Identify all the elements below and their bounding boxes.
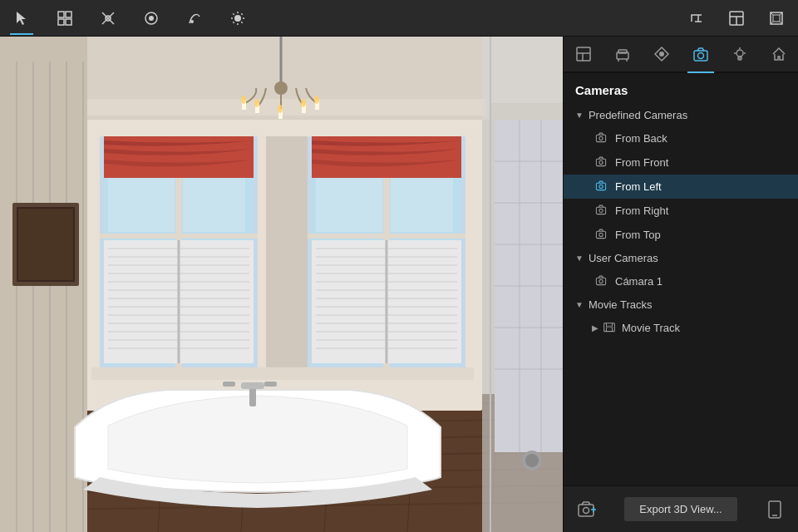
svg-rect-2	[58, 19, 64, 25]
movie-track-icon	[603, 321, 617, 335]
camera-from-front[interactable]: From Front	[564, 150, 798, 175]
svg-point-9	[190, 20, 194, 23]
svg-rect-153	[596, 231, 605, 238]
svg-point-10	[234, 15, 241, 22]
svg-rect-155	[596, 278, 605, 284]
home-panel-icon[interactable]	[766, 41, 792, 67]
layout-icon[interactable]	[725, 7, 748, 30]
info-icon[interactable]	[685, 7, 708, 30]
svg-rect-129	[577, 47, 590, 61]
user-cameras-section[interactable]: ▼ User Cameras	[564, 247, 798, 269]
svg-point-99	[301, 99, 306, 107]
svg-rect-115	[264, 382, 277, 387]
predefined-cameras-section[interactable]: ▼ Predefined Cameras	[564, 104, 798, 126]
svg-line-17	[241, 13, 242, 14]
svg-rect-161	[579, 505, 594, 516]
materials-panel-icon[interactable]	[648, 41, 675, 67]
svg-rect-160	[607, 326, 613, 328]
svg-rect-89	[91, 367, 474, 380]
svg-rect-133	[618, 50, 627, 53]
svg-point-128	[525, 454, 539, 467]
svg-rect-151	[596, 207, 605, 214]
predefined-cameras-label: Predefined Cameras	[589, 109, 687, 121]
svg-point-150	[599, 185, 603, 188]
top-toolbar	[0, 0, 798, 37]
svg-point-93	[241, 96, 246, 104]
user-cameras-label: User Cameras	[589, 252, 658, 264]
rooms-panel-icon[interactable]	[570, 41, 597, 67]
object-tool[interactable]	[53, 7, 76, 30]
svg-point-152	[599, 209, 603, 212]
svg-point-156	[599, 279, 603, 283]
svg-point-148	[599, 160, 603, 164]
mobile-view-icon[interactable]	[761, 496, 788, 523]
light-tool[interactable]	[226, 7, 249, 30]
camera-from-top-label: From Top	[615, 229, 661, 241]
svg-rect-113	[241, 382, 264, 389]
svg-point-138	[697, 53, 703, 59]
add-camera-icon[interactable]	[574, 496, 600, 523]
camera-icon-right	[595, 204, 608, 218]
main-area: Cameras ▼ Predefined Cameras From Back	[0, 37, 798, 532]
svg-point-101	[314, 96, 319, 104]
camera-camara1-label: Cámara 1	[615, 275, 663, 288]
edit-tool[interactable]	[96, 7, 120, 30]
view-tool[interactable]	[140, 7, 163, 30]
camera-icon-back	[595, 131, 608, 145]
svg-rect-145	[596, 135, 605, 141]
svg-point-91	[274, 81, 288, 95]
movie-track-label: Movie Track	[622, 322, 680, 334]
svg-rect-64	[266, 136, 308, 369]
svg-rect-3	[66, 19, 71, 25]
svg-line-16	[241, 22, 242, 22]
camera-camara-1[interactable]: Cámara 1	[564, 269, 798, 293]
camera-from-left[interactable]: From Left	[564, 175, 798, 199]
svg-line-18	[233, 22, 234, 22]
movie-tracks-chevron: ▼	[575, 300, 584, 309]
movie-track-item[interactable]: ▶ Movie Track	[564, 316, 798, 340]
camera-from-right-label: From Right	[615, 204, 668, 217]
movie-tracks-section[interactable]: ▼ Movie Tracks	[564, 293, 798, 316]
svg-point-97	[278, 105, 283, 113]
export-3d-view-button[interactable]: Export 3D View...	[624, 497, 736, 521]
camera-icon-camara1	[595, 274, 608, 288]
svg-rect-110	[18, 209, 73, 280]
camera-icon-front	[595, 155, 608, 170]
render-icon[interactable]	[765, 7, 788, 30]
camera-from-right[interactable]: From Right	[564, 199, 798, 223]
svg-rect-114	[223, 382, 235, 387]
lights-panel-icon[interactable]	[727, 41, 753, 67]
movie-tracks-label: Movie Tracks	[589, 298, 653, 311]
camera-from-back[interactable]: From Back	[564, 126, 798, 150]
predefined-cameras-chevron: ▼	[575, 111, 584, 120]
svg-point-154	[599, 233, 603, 236]
svg-rect-149	[596, 183, 605, 190]
panel-content: Cameras ▼ Predefined Cameras From Back	[564, 73, 798, 485]
svg-rect-0	[58, 12, 64, 17]
movie-track-chevron: ▶	[592, 323, 598, 332]
svg-rect-1	[66, 12, 71, 17]
camera-icon-left	[595, 180, 608, 194]
viewport[interactable]	[0, 37, 563, 532]
svg-point-162	[584, 507, 589, 513]
furniture-panel-icon[interactable]	[609, 41, 636, 67]
svg-point-136	[659, 52, 664, 57]
camera-from-front-label: From Front	[615, 156, 668, 169]
panel-footer: Export 3D View...	[564, 485, 798, 532]
svg-point-8	[149, 16, 154, 21]
panel-title: Cameras	[564, 73, 798, 104]
material-tool[interactable]	[183, 7, 206, 30]
cameras-panel-icon[interactable]	[687, 41, 714, 67]
camera-from-left-label: From Left	[615, 180, 662, 193]
svg-line-15	[233, 13, 234, 14]
right-panel: Cameras ▼ Predefined Cameras From Back	[563, 37, 798, 532]
svg-rect-147	[596, 159, 605, 165]
svg-point-95	[254, 99, 259, 107]
camera-icon-top	[595, 228, 608, 242]
camera-from-back-label: From Back	[615, 132, 667, 145]
svg-point-139	[736, 50, 743, 57]
camera-from-top[interactable]: From Top	[564, 223, 798, 247]
panel-toolbar	[564, 37, 798, 73]
svg-point-146	[599, 136, 603, 140]
select-tool[interactable]	[10, 7, 33, 30]
